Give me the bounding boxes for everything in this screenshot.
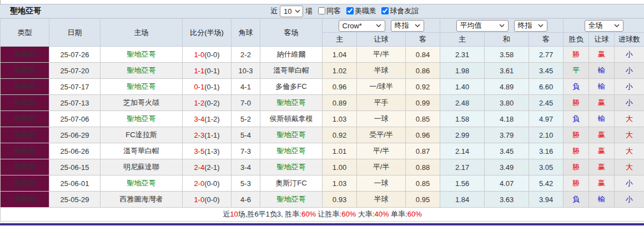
- cell-asian-away-odds: 0.86: [406, 63, 440, 79]
- summary-part: 单率:: [389, 210, 407, 218]
- euro-company-select[interactable]: 平均值: [456, 20, 509, 32]
- cell-euro-home-odds: 2.17: [440, 159, 485, 175]
- cell-asian-away-odds: 0.95: [406, 192, 440, 208]
- checkbox-input[interactable]: [346, 7, 354, 14]
- table-row: 美職業 25-07-20 聖地亞哥 1-1(0-1) 10-3 溫哥華白帽 1.…: [1, 63, 644, 79]
- away-team-link[interactable]: 聖地亞哥: [277, 147, 306, 155]
- cell-home-team: 明尼蘇達聯: [100, 159, 183, 175]
- cell-euro-draw-odds: 3.61: [485, 63, 529, 79]
- summary-part: 60%: [407, 210, 422, 218]
- away-team-link[interactable]: 溫哥華白帽: [273, 66, 309, 74]
- home-team-link[interactable]: 聖地亞哥: [127, 82, 156, 91]
- filter-checkbox[interactable]: 球會友誼: [381, 6, 419, 16]
- recent-label: 近: [270, 6, 278, 16]
- cell-overunder-result: 大: [615, 143, 644, 159]
- home-team-link[interactable]: 聖地亞哥: [127, 179, 156, 187]
- cell-score: 1-0(0-0): [183, 47, 232, 63]
- halftime-score: (1-1): [204, 131, 219, 139]
- home-team-link[interactable]: 聖地亞哥: [127, 66, 156, 74]
- table-row: 美職業 25-07-06 聖地亞哥 3-4(1-2) 5-2 侯斯頓戴拿模 1.…: [1, 111, 644, 127]
- home-team-link[interactable]: 溫哥華白帽: [123, 147, 159, 155]
- cell-euro-draw-odds: 4.89: [485, 79, 529, 95]
- cell-corners: 5-3: [232, 175, 260, 192]
- cell-away-team: 聖地亞哥: [260, 95, 323, 111]
- cell-winloss-result: 勝: [564, 95, 589, 111]
- halftime-score: (0-0): [204, 51, 219, 59]
- fulltime-score: 0-1: [194, 83, 204, 91]
- header-euro-away: 客: [529, 33, 564, 47]
- home-team-link[interactable]: 聖地亞哥: [127, 50, 156, 58]
- header-goals: 进球数: [615, 33, 644, 47]
- cell-score: 1-1(0-1): [183, 63, 232, 79]
- cell-asian-home-odds: 1.03: [323, 175, 357, 192]
- away-team-link[interactable]: 聖地亞哥: [277, 163, 306, 171]
- home-team-link[interactable]: 西雅圖海灣者: [120, 195, 163, 203]
- cell-corners: 10-3: [232, 63, 260, 79]
- fulltime-score: 2-0: [194, 179, 204, 188]
- cell-date: 25-06-15: [49, 159, 100, 175]
- cell-asian-handicap: 一球: [357, 111, 406, 127]
- cell-overunder-result: 小: [615, 95, 644, 111]
- asian-odds-kind-select[interactable]: 终指: [391, 20, 424, 32]
- euro-odds-kind-select[interactable]: 终指: [514, 20, 547, 32]
- cell-corners: 7-0: [232, 95, 260, 111]
- cell-home-team: 西雅圖海灣者: [100, 192, 183, 208]
- cell-euro-draw-odds: 3.58: [485, 47, 529, 63]
- away-team-link[interactable]: 多倫多FC: [275, 82, 306, 91]
- cell-asian-home-odds: 1.02: [323, 63, 357, 79]
- fulltime-score: 1-2: [194, 99, 204, 107]
- away-team-link[interactable]: 奧斯汀FC: [275, 179, 306, 187]
- cell-asian-handicap: 受平/半: [357, 127, 406, 143]
- cell-date: 25-05-29: [49, 192, 100, 208]
- cell-euro-home-odds: 1.56: [440, 175, 485, 192]
- cell-asian-away-odds: 0.99: [406, 95, 440, 111]
- header-euro-home: 主: [440, 33, 485, 47]
- cell-euro-draw-odds: 3.63: [485, 192, 529, 208]
- cell-date: 25-06-01: [49, 175, 100, 192]
- cell-league-type: 美職業: [1, 47, 49, 63]
- match-scope-select[interactable]: 全场: [585, 20, 623, 32]
- cell-away-team: 多倫多FC: [260, 79, 323, 95]
- cell-corners: 2-2: [232, 47, 260, 63]
- away-team-link[interactable]: 聖地亞哥: [277, 195, 306, 203]
- filter-checkbox[interactable]: 美職業: [346, 6, 376, 16]
- cell-winloss-result: 勝: [564, 143, 589, 159]
- cell-score: 2-4(2-1): [183, 159, 232, 175]
- euro-odds-group-header: 平均值 终指: [440, 19, 564, 33]
- filter-checkbox[interactable]: 同客: [318, 6, 341, 16]
- checkbox-input[interactable]: [318, 7, 325, 14]
- cell-league-type: 美職業: [1, 127, 49, 143]
- home-team-link[interactable]: FC達拉斯: [125, 130, 157, 139]
- cell-date: 25-07-17: [49, 79, 100, 95]
- cell-euro-draw-odds: 3.49: [485, 159, 529, 175]
- cell-asian-home-odds: 1.01: [323, 143, 357, 159]
- cell-date: 25-07-06: [49, 111, 100, 127]
- checkbox-label: 同客: [326, 6, 341, 16]
- header-corner: 角球: [232, 19, 260, 47]
- cell-asian-away-odds: 0.85: [406, 111, 440, 127]
- home-team-link[interactable]: 聖地亞哥: [127, 114, 156, 123]
- cell-league-type: 美職業: [1, 63, 49, 79]
- asian-company-select[interactable]: Crow*: [339, 20, 385, 32]
- home-team-link[interactable]: 芝加哥火燄: [123, 98, 159, 107]
- match-history-panel: 聖地亞哥 近 10 場 同客 美職業: [0, 0, 644, 226]
- header-date: 日期: [49, 19, 100, 47]
- away-team-link[interactable]: 聖地亞哥: [277, 98, 306, 107]
- cell-corners: 4-1: [232, 79, 260, 95]
- cell-asian-handicap: 平/半: [357, 143, 406, 159]
- away-team-link[interactable]: 納什維爾: [277, 50, 306, 58]
- away-team-link[interactable]: 聖地亞哥: [277, 130, 306, 139]
- team-header-bar: 聖地亞哥 近 10 場 同客 美職業: [0, 4, 644, 18]
- table-row: 美職業 25-06-29 FC達拉斯 2-3(1-1) 5-4 聖地亞哥 0.9…: [1, 127, 644, 143]
- fulltime-score: 1-0: [194, 51, 204, 59]
- cell-home-team: 聖地亞哥: [100, 79, 183, 95]
- summary-part: 近: [223, 210, 230, 218]
- cell-winloss-result: 勝: [564, 127, 589, 143]
- away-team-link[interactable]: 侯斯頓戴拿模: [270, 114, 313, 123]
- checkbox-input[interactable]: [381, 7, 389, 14]
- cell-euro-away-odds: 3.45: [529, 63, 564, 79]
- cell-home-team: 聖地亞哥: [100, 175, 183, 192]
- header-asian-handicap: 让球: [357, 33, 406, 47]
- home-team-link[interactable]: 明尼蘇達聯: [123, 163, 159, 171]
- recent-count-select[interactable]: 10: [280, 6, 303, 17]
